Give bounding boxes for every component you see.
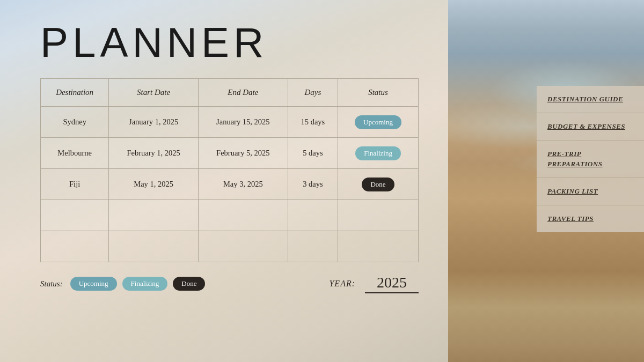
- cell-destination: [41, 231, 109, 262]
- sidebar-link-destination-guide[interactable]: DESTINATION GUIDE: [547, 94, 633, 104]
- col-header-days: Days: [288, 79, 338, 107]
- cell-days: 3 days: [288, 169, 338, 200]
- sidebar-link-travel-tips[interactable]: TRAVEL TIPS: [547, 214, 633, 224]
- cell-days: [288, 200, 338, 231]
- cell-status: Upcoming: [338, 107, 419, 138]
- left-panel: PLANNER Destination Start Date End Date …: [0, 0, 448, 362]
- sidebar-link-budget[interactable]: BUDGET & EXPENSES: [547, 122, 633, 131]
- cell-end-date: January 15, 2025: [198, 107, 288, 138]
- cell-end-date: [198, 231, 288, 262]
- cell-destination: Melbourne: [41, 138, 109, 169]
- cell-start-date: February 1, 2025: [109, 138, 199, 169]
- cell-destination: [41, 200, 109, 231]
- badge-finalizing: Finalizing: [122, 277, 168, 291]
- cell-start-date: January 1, 2025: [109, 107, 199, 138]
- footer-status: Status: Upcoming Finalizing Done: [40, 277, 205, 291]
- sidebar-link-packing[interactable]: PACKING LIST: [547, 187, 633, 196]
- status-badge: Upcoming: [355, 115, 401, 129]
- table-row: MelbourneFebruary 1, 2025February 5, 202…: [41, 138, 419, 169]
- table-row: [41, 200, 419, 231]
- year-label: YEAR:: [329, 279, 355, 289]
- sidebar-item-pre-trip[interactable]: PRE-TRIP PREPARATIONS: [537, 141, 644, 178]
- cell-destination: Fiji: [41, 169, 109, 200]
- cell-end-date: May 3, 2025: [198, 169, 288, 200]
- status-badge: Done: [362, 178, 394, 191]
- cell-destination: Sydney: [41, 107, 109, 138]
- cell-status: Finalizing: [338, 138, 419, 169]
- col-header-status: Status: [338, 79, 419, 107]
- cell-status: [338, 200, 419, 231]
- sidebar-nav: DESTINATION GUIDE BUDGET & EXPENSES PRE-…: [537, 86, 644, 232]
- cell-days: 15 days: [288, 107, 338, 138]
- page-title: PLANNER: [40, 21, 419, 63]
- table-row: [41, 231, 419, 262]
- footer: Status: Upcoming Finalizing Done YEAR: 2…: [40, 274, 419, 293]
- cell-end-date: [198, 200, 288, 231]
- badge-done: Done: [173, 277, 205, 291]
- badge-upcoming: Upcoming: [70, 277, 117, 291]
- cell-end-date: February 5, 2025: [198, 138, 288, 169]
- sidebar-link-pre-trip[interactable]: PRE-TRIP PREPARATIONS: [547, 149, 633, 168]
- cell-start-date: May 1, 2025: [109, 169, 199, 200]
- cell-days: [288, 231, 338, 262]
- sidebar-item-budget[interactable]: BUDGET & EXPENSES: [537, 113, 644, 141]
- col-header-end-date: End Date: [198, 79, 288, 107]
- cell-status: [338, 231, 419, 262]
- status-label: Status:: [40, 279, 63, 289]
- year-section: YEAR: 2025: [329, 274, 419, 293]
- right-panel: DESTINATION GUIDE BUDGET & EXPENSES PRE-…: [448, 0, 644, 362]
- col-header-destination: Destination: [41, 79, 109, 107]
- year-value: 2025: [365, 274, 419, 293]
- cell-start-date: [109, 200, 199, 231]
- cell-status: Done: [338, 169, 419, 200]
- cell-days: 5 days: [288, 138, 338, 169]
- cell-start-date: [109, 231, 199, 262]
- table-row: FijiMay 1, 2025May 3, 20253 daysDone: [41, 169, 419, 200]
- status-badge: Finalizing: [355, 146, 401, 160]
- sidebar-item-travel-tips[interactable]: TRAVEL TIPS: [537, 205, 644, 232]
- planner-table: Destination Start Date End Date Days Sta…: [40, 78, 419, 262]
- table-row: SydneyJanuary 1, 2025January 15, 202515 …: [41, 107, 419, 138]
- col-header-start-date: Start Date: [109, 79, 199, 107]
- sidebar-item-packing[interactable]: PACKING LIST: [537, 178, 644, 205]
- sidebar-item-destination-guide[interactable]: DESTINATION GUIDE: [537, 86, 644, 113]
